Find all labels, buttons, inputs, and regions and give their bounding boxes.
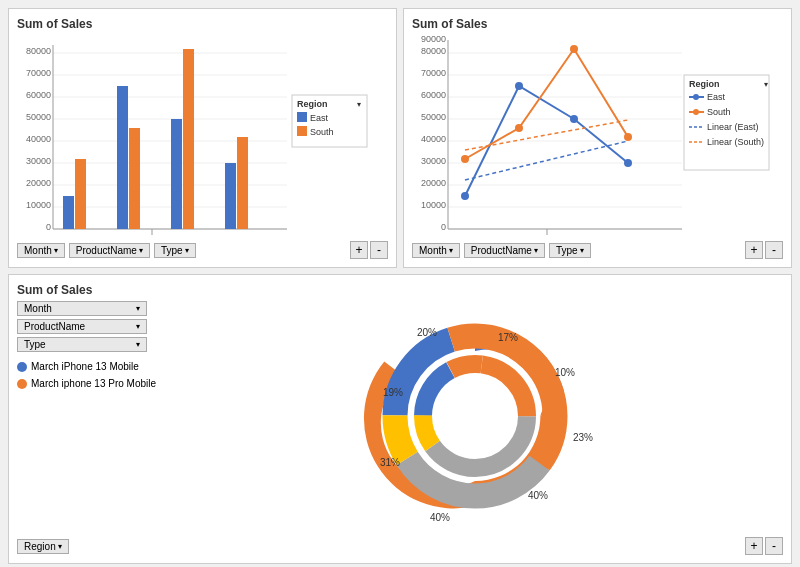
svg-text:20%: 20%	[417, 327, 437, 338]
donut-chart-panel: Sum of Sales Month ProductName Type Marc…	[8, 274, 792, 564]
svg-rect-29	[183, 49, 194, 229]
svg-text:▾: ▾	[764, 80, 768, 89]
svg-text:Region: Region	[297, 99, 328, 109]
type-filter-btn[interactable]: Type	[154, 243, 196, 258]
productname-filter-btn[interactable]: ProductName	[69, 243, 150, 258]
bar-chart-area: 0 10000 20000 30000 40000 50000 60000 70…	[17, 35, 388, 235]
svg-rect-20	[63, 196, 74, 229]
line-chart-toolbar-right: + -	[745, 241, 783, 259]
svg-text:Linear (East): Linear (East)	[707, 122, 759, 132]
svg-text:30000: 30000	[26, 156, 51, 166]
svg-text:31%: 31%	[380, 457, 400, 468]
svg-text:23%: 23%	[573, 432, 593, 443]
svg-text:Region: Region	[689, 79, 720, 89]
line-chart-title: Sum of Sales	[412, 17, 783, 31]
svg-text:0: 0	[46, 222, 51, 232]
donut-product-filter-btn[interactable]: ProductName	[17, 319, 147, 334]
svg-text:South: South	[707, 107, 731, 117]
svg-text:90000: 90000	[421, 35, 446, 44]
svg-rect-33	[225, 163, 236, 229]
bar-chart-toolbar-right: + -	[350, 241, 388, 259]
svg-point-97	[693, 109, 699, 115]
svg-text:40000: 40000	[26, 134, 51, 144]
line-chart-svg: 0 10000 20000 30000 40000 50000 60000 70…	[412, 35, 772, 235]
svg-text:40%: 40%	[528, 490, 548, 501]
line-chart-add-btn[interactable]: +	[745, 241, 763, 259]
svg-point-73	[461, 155, 469, 163]
svg-text:40000: 40000	[421, 134, 446, 144]
bar-chart-svg: 0 10000 20000 30000 40000 50000 60000 70…	[17, 35, 377, 235]
svg-point-75	[570, 45, 578, 53]
bar-chart-toolbar: Month ProductName Type + -	[17, 241, 388, 259]
svg-text:10000: 10000	[26, 200, 51, 210]
svg-point-76	[624, 133, 632, 141]
svg-rect-34	[237, 137, 248, 229]
line-type-filter-btn[interactable]: Type	[549, 243, 591, 258]
svg-text:South: South	[310, 127, 334, 137]
donut-legend-entries: March iPhone 13 Mobile March iphone 13 P…	[17, 361, 157, 395]
svg-text:70000: 70000	[26, 68, 51, 78]
donut-chart-remove-btn[interactable]: -	[765, 537, 783, 555]
svg-text:80000: 80000	[26, 46, 51, 56]
svg-text:30000: 30000	[421, 156, 446, 166]
svg-text:19%: 19%	[383, 387, 403, 398]
svg-text:50000: 50000	[26, 112, 51, 122]
svg-point-74	[515, 124, 523, 132]
svg-point-112	[441, 382, 509, 450]
donut-chart-footer-right: + -	[745, 537, 783, 555]
donut-legend-label-0: March iPhone 13 Mobile	[31, 361, 139, 372]
donut-month-filter-btn[interactable]: Month	[17, 301, 147, 316]
svg-text:0: 0	[441, 222, 446, 232]
donut-region-filter-btn[interactable]: Region	[17, 539, 69, 554]
donut-type-filter-btn[interactable]: Type	[17, 337, 147, 352]
svg-point-94	[693, 94, 699, 100]
donut-legend-label-1: March iphone 13 Pro Mobile	[31, 378, 156, 389]
bar-chart-add-btn[interactable]: +	[350, 241, 368, 259]
svg-rect-28	[171, 119, 182, 229]
svg-text:17%: 17%	[498, 332, 518, 343]
donut-legend-swatch-1	[17, 379, 27, 389]
svg-text:▾: ▾	[357, 100, 361, 109]
svg-text:Linear (South): Linear (South)	[707, 137, 764, 147]
svg-text:60000: 60000	[421, 90, 446, 100]
donut-chart-add-btn[interactable]: +	[745, 537, 763, 555]
line-chart-remove-btn[interactable]: -	[765, 241, 783, 259]
month-filter-btn[interactable]: Month	[17, 243, 65, 258]
svg-point-71	[570, 115, 578, 123]
svg-text:40%: 40%	[430, 512, 450, 523]
svg-text:20000: 20000	[421, 178, 446, 188]
svg-rect-25	[129, 128, 140, 229]
line-month-filter-btn[interactable]: Month	[412, 243, 460, 258]
svg-rect-45	[297, 126, 307, 136]
donut-legend-item-1: March iphone 13 Pro Mobile	[17, 378, 157, 389]
svg-rect-24	[117, 86, 128, 229]
bar-chart-remove-btn[interactable]: -	[370, 241, 388, 259]
svg-text:20000: 20000	[26, 178, 51, 188]
svg-text:60000: 60000	[26, 90, 51, 100]
svg-text:80000: 80000	[421, 46, 446, 56]
svg-point-72	[624, 159, 632, 167]
svg-line-78	[465, 120, 628, 150]
dashboard: Sum of Sales 0 10000 20000 30000 40000 5…	[8, 8, 792, 564]
svg-point-70	[515, 82, 523, 90]
donut-chart-footer: Region + -	[17, 537, 783, 555]
donut-legend-swatch-0	[17, 362, 27, 372]
svg-text:East: East	[310, 113, 329, 123]
donut-chart-title: Sum of Sales	[17, 283, 783, 297]
line-chart-panel: Sum of Sales 0 10000 20000 30000 40000 5…	[403, 8, 792, 268]
donut-legend-item-0: March iPhone 13 Mobile	[17, 361, 157, 372]
svg-text:50000: 50000	[421, 112, 446, 122]
svg-rect-43	[297, 112, 307, 122]
donut-chart-container: 17% 10% 23% 40% 40% 31% 19% 20%	[167, 301, 783, 531]
svg-text:10%: 10%	[555, 367, 575, 378]
donut-bottom-panel: Month ProductName Type March iPhone 13 M…	[17, 301, 783, 531]
bar-chart-panel: Sum of Sales 0 10000 20000 30000 40000 5…	[8, 8, 397, 268]
line-chart-toolbar: Month ProductName Type + -	[412, 241, 783, 259]
svg-text:East: East	[707, 92, 726, 102]
bar-chart-title: Sum of Sales	[17, 17, 388, 31]
svg-rect-21	[75, 159, 86, 229]
svg-point-69	[461, 192, 469, 200]
donut-svg: 17% 10% 23% 40% 40% 31% 19% 20%	[345, 301, 605, 531]
svg-text:10000: 10000	[421, 200, 446, 210]
line-productname-filter-btn[interactable]: ProductName	[464, 243, 545, 258]
